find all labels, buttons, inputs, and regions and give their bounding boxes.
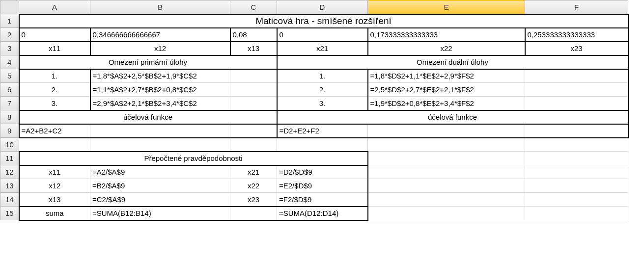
cell-F10[interactable] [525, 138, 628, 152]
row-header-4[interactable]: 4 [0, 55, 19, 69]
cell-D5[interactable]: 1. [277, 69, 368, 83]
cell-D10[interactable] [277, 138, 368, 152]
row-header-15[interactable]: 15 [0, 207, 19, 220]
row-header-13[interactable]: 13 [0, 179, 19, 193]
cell-B9[interactable] [90, 124, 230, 138]
row-header-14[interactable]: 14 [0, 193, 19, 207]
cell-C5[interactable] [230, 69, 277, 83]
row-header-2[interactable]: 2 [0, 28, 19, 42]
cell-A7[interactable]: 3. [19, 97, 90, 110]
cell-E7[interactable]: =1,9*$D$2+0,8*$E$2+3,4*$F$2 [368, 97, 525, 110]
cell-E9[interactable] [368, 124, 525, 138]
spreadsheet-grid[interactable]: A B C D E F 1 Maticová hra - smíšené roz… [0, 0, 629, 221]
row-header-6[interactable]: 6 [0, 83, 19, 97]
cell-B10[interactable] [90, 138, 230, 152]
cell-D6[interactable]: 2. [277, 83, 368, 97]
cell-C7[interactable] [230, 97, 277, 110]
row-15: 15 suma =SUMA(B12:B14) =SUMA(D12:D14) [0, 207, 628, 220]
cell-C3[interactable]: x13 [230, 42, 277, 55]
cell-F15[interactable] [525, 207, 628, 220]
col-header-C[interactable]: C [230, 0, 277, 14]
cell-F6[interactable] [525, 83, 628, 97]
cell-E11[interactable] [368, 152, 525, 165]
cell-B2[interactable]: 0,346666666666667 [90, 28, 230, 42]
row-13: 13 x12 =B2/$A$9 x22 =E2/$D$9 [0, 179, 628, 193]
cell-C12[interactable]: x21 [230, 165, 277, 179]
row-header-12[interactable]: 12 [0, 165, 19, 179]
cell-B13[interactable]: =B2/$A$9 [90, 179, 230, 193]
col-header-F[interactable]: F [525, 0, 628, 14]
cell-E2[interactable]: 0,173333333333333 [368, 28, 525, 42]
cell-D13[interactable]: =E2/$D$9 [277, 179, 368, 193]
cell-A13[interactable]: x12 [19, 179, 90, 193]
cell-B6[interactable]: =1,1*$A$2+2,7*$B$2+0,8*$C$2 [90, 83, 230, 97]
cell-F2[interactable]: 0,253333333333333 [525, 28, 628, 42]
cell-E13[interactable] [368, 179, 525, 193]
row-header-10[interactable]: 10 [0, 138, 19, 152]
row-3: 3 x11 x12 x13 x21 x22 x23 [0, 42, 628, 55]
col-header-B[interactable]: B [90, 0, 230, 14]
row-header-5[interactable]: 5 [0, 69, 19, 83]
cell-D3[interactable]: x21 [277, 42, 368, 55]
select-all-corner[interactable] [0, 0, 19, 14]
cell-E12[interactable] [368, 165, 525, 179]
cell-E10[interactable] [368, 138, 525, 152]
cell-F3[interactable]: x23 [525, 42, 628, 55]
cell-C14[interactable]: x23 [230, 193, 277, 207]
cell-E6[interactable]: =2,5*$D$2+2,7*$E$2+2,1*$F$2 [368, 83, 525, 97]
cell-A10[interactable] [19, 138, 90, 152]
cell-D2[interactable]: 0 [277, 28, 368, 42]
cell-A6[interactable]: 2. [19, 83, 90, 97]
cell-B3[interactable]: x12 [90, 42, 230, 55]
cell-D14[interactable]: =F2/$D$9 [277, 193, 368, 207]
cell-E14[interactable] [368, 193, 525, 207]
cell-A5[interactable]: 1. [19, 69, 90, 83]
row-header-3[interactable]: 3 [0, 42, 19, 55]
col-header-A[interactable]: A [19, 0, 90, 14]
cell-F12[interactable] [525, 165, 628, 179]
cell-C9[interactable] [230, 124, 277, 138]
cell-E5[interactable]: =1,8*$D$2+1,1*$E$2+2,9*$F$2 [368, 69, 525, 83]
cell-C13[interactable]: x22 [230, 179, 277, 193]
cell-F5[interactable] [525, 69, 628, 83]
cell-A2[interactable]: 0 [19, 28, 90, 42]
cell-dual-objective-header[interactable]: účelová funkce [277, 110, 628, 124]
cell-C6[interactable] [230, 83, 277, 97]
row-header-7[interactable]: 7 [0, 97, 19, 110]
cell-A15[interactable]: suma [19, 207, 90, 220]
cell-primary-constraints-header[interactable]: Omezení primární úlohy [19, 55, 277, 69]
cell-title[interactable]: Maticová hra - smíšené rozšíření [19, 14, 628, 28]
cell-primary-objective-header[interactable]: účelová funkce [19, 110, 277, 124]
cell-C2[interactable]: 0,08 [230, 28, 277, 42]
cell-D12[interactable]: =D2/$D$9 [277, 165, 368, 179]
cell-D15[interactable]: =SUMA(D12:D14) [277, 207, 368, 220]
cell-A12[interactable]: x11 [19, 165, 90, 179]
cell-F14[interactable] [525, 193, 628, 207]
cell-C10[interactable] [230, 138, 277, 152]
cell-D9[interactable]: =D2+E2+F2 [277, 124, 368, 138]
cell-F13[interactable] [525, 179, 628, 193]
row-header-11[interactable]: 11 [0, 152, 19, 165]
cell-B14[interactable]: =C2/$A$9 [90, 193, 230, 207]
cell-recalculated-header[interactable]: Přepočtené pravděpodobnosti [19, 152, 368, 165]
cell-E3[interactable]: x22 [368, 42, 525, 55]
cell-B15[interactable]: =SUMA(B12:B14) [90, 207, 230, 220]
cell-C15[interactable] [230, 207, 277, 220]
col-header-D[interactable]: D [277, 0, 368, 14]
cell-dual-constraints-header[interactable]: Omezení duální úlohy [277, 55, 628, 69]
cell-F7[interactable] [525, 97, 628, 110]
cell-F9[interactable] [525, 124, 628, 138]
cell-F11[interactable] [525, 152, 628, 165]
cell-B7[interactable]: =2,9*$A$2+2,1*$B$2+3,4*$C$2 [90, 97, 230, 110]
row-header-8[interactable]: 8 [0, 110, 19, 124]
row-header-9[interactable]: 9 [0, 124, 19, 138]
cell-A3[interactable]: x11 [19, 42, 90, 55]
cell-B5[interactable]: =1,8*$A$2+2,5*$B$2+1,9*$C$2 [90, 69, 230, 83]
cell-A9[interactable]: =A2+B2+C2 [19, 124, 90, 138]
col-header-E[interactable]: E [368, 0, 525, 14]
row-header-1[interactable]: 1 [0, 14, 19, 28]
cell-B12[interactable]: =A2/$A$9 [90, 165, 230, 179]
cell-D7[interactable]: 3. [277, 97, 368, 110]
cell-A14[interactable]: x13 [19, 193, 90, 207]
cell-E15[interactable] [368, 207, 525, 220]
